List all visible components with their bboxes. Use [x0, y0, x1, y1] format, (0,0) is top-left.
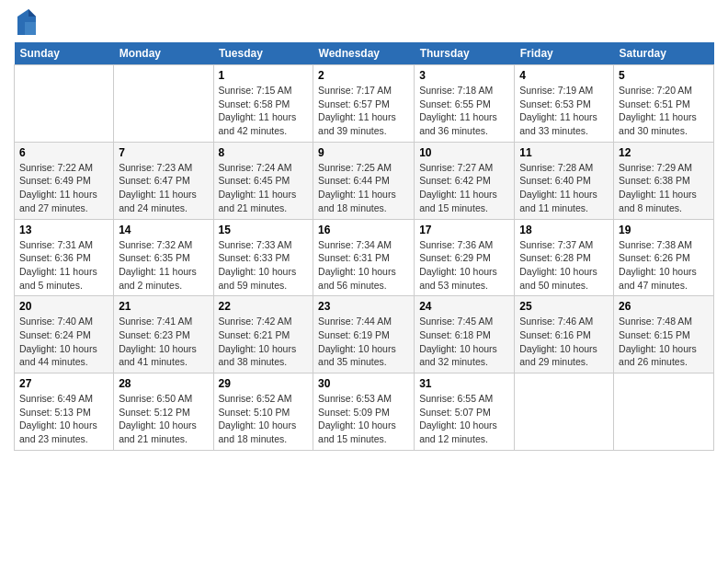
day-header-saturday: Saturday — [614, 42, 714, 65]
day-info: Sunrise: 7:45 AM Sunset: 6:18 PM Dayligh… — [419, 315, 509, 369]
day-info: Sunrise: 7:33 AM Sunset: 6:33 PM Dayligh… — [219, 238, 309, 293]
calendar-header-row: SundayMondayTuesdayWednesdayThursdayFrid… — [15, 42, 714, 65]
calendar-week-5: 27Sunrise: 6:49 AM Sunset: 5:13 PM Dayli… — [15, 373, 714, 451]
day-info: Sunrise: 7:36 AM Sunset: 6:29 PM Dayligh… — [419, 238, 509, 293]
day-info: Sunrise: 7:31 AM Sunset: 6:36 PM Dayligh… — [19, 238, 108, 293]
calendar-cell: 12Sunrise: 7:29 AM Sunset: 6:38 PM Dayli… — [614, 142, 714, 219]
day-info: Sunrise: 6:53 AM Sunset: 5:09 PM Dayligh… — [318, 392, 409, 446]
day-number: 29 — [219, 377, 309, 390]
day-info: Sunrise: 7:37 AM Sunset: 6:28 PM Dayligh… — [519, 238, 609, 293]
day-info: Sunrise: 7:32 AM Sunset: 6:35 PM Dayligh… — [119, 238, 208, 293]
day-info: Sunrise: 7:23 AM Sunset: 6:47 PM Dayligh… — [119, 161, 208, 215]
day-info: Sunrise: 7:44 AM Sunset: 6:19 PM Dayligh… — [318, 315, 409, 369]
calendar-cell: 3Sunrise: 7:18 AM Sunset: 6:55 PM Daylig… — [415, 65, 515, 143]
calendar-cell: 28Sunrise: 6:50 AM Sunset: 5:12 PM Dayli… — [114, 373, 213, 451]
day-number: 28 — [119, 377, 208, 390]
day-number: 23 — [318, 300, 409, 313]
day-info: Sunrise: 7:17 AM Sunset: 6:57 PM Dayligh… — [318, 84, 409, 138]
day-info: Sunrise: 7:18 AM Sunset: 6:55 PM Dayligh… — [419, 84, 509, 138]
day-header-thursday: Thursday — [415, 42, 515, 65]
day-info: Sunrise: 7:38 AM Sunset: 6:26 PM Dayligh… — [619, 238, 709, 293]
day-number: 8 — [219, 146, 309, 159]
calendar-week-3: 13Sunrise: 7:31 AM Sunset: 6:36 PM Dayli… — [15, 219, 714, 296]
day-number: 11 — [519, 146, 609, 159]
day-number: 12 — [619, 146, 709, 159]
day-number: 26 — [619, 300, 709, 313]
calendar-cell: 19Sunrise: 7:38 AM Sunset: 6:26 PM Dayli… — [614, 219, 714, 296]
day-info: Sunrise: 7:22 AM Sunset: 6:49 PM Dayligh… — [19, 161, 108, 215]
day-info: Sunrise: 7:28 AM Sunset: 6:40 PM Dayligh… — [519, 161, 609, 215]
calendar-cell: 16Sunrise: 7:34 AM Sunset: 6:31 PM Dayli… — [313, 219, 415, 296]
day-info: Sunrise: 7:19 AM Sunset: 6:53 PM Dayligh… — [519, 84, 609, 138]
calendar-cell: 18Sunrise: 7:37 AM Sunset: 6:28 PM Dayli… — [515, 219, 614, 296]
day-number: 2 — [318, 69, 409, 82]
day-info: Sunrise: 6:49 AM Sunset: 5:13 PM Dayligh… — [19, 392, 108, 446]
day-number: 14 — [119, 224, 208, 236]
day-number: 4 — [519, 69, 609, 82]
day-number: 1 — [219, 69, 309, 82]
day-number: 5 — [619, 69, 709, 82]
calendar-cell: 30Sunrise: 6:53 AM Sunset: 5:09 PM Dayli… — [313, 373, 415, 451]
day-info: Sunrise: 7:20 AM Sunset: 6:51 PM Dayligh… — [619, 84, 709, 138]
calendar-cell: 20Sunrise: 7:40 AM Sunset: 6:24 PM Dayli… — [15, 296, 114, 373]
day-header-friday: Friday — [515, 42, 614, 65]
calendar-cell: 1Sunrise: 7:15 AM Sunset: 6:58 PM Daylig… — [213, 65, 313, 143]
day-info: Sunrise: 7:40 AM Sunset: 6:24 PM Dayligh… — [19, 315, 108, 369]
day-number: 9 — [318, 146, 409, 159]
day-number: 24 — [419, 300, 509, 313]
calendar-week-4: 20Sunrise: 7:40 AM Sunset: 6:24 PM Dayli… — [15, 296, 714, 373]
day-header-sunday: Sunday — [15, 42, 114, 65]
day-number: 21 — [119, 300, 208, 313]
day-info: Sunrise: 7:42 AM Sunset: 6:21 PM Dayligh… — [219, 315, 309, 369]
day-number: 22 — [219, 300, 309, 313]
day-number: 13 — [19, 224, 108, 236]
day-number: 31 — [419, 377, 509, 390]
day-info: Sunrise: 6:55 AM Sunset: 5:07 PM Dayligh… — [419, 392, 509, 446]
calendar-cell: 31Sunrise: 6:55 AM Sunset: 5:07 PM Dayli… — [415, 373, 515, 451]
svg-marker-2 — [25, 22, 36, 35]
day-info: Sunrise: 7:48 AM Sunset: 6:15 PM Dayligh… — [619, 315, 709, 369]
calendar-cell: 4Sunrise: 7:19 AM Sunset: 6:53 PM Daylig… — [515, 65, 614, 143]
calendar-cell: 13Sunrise: 7:31 AM Sunset: 6:36 PM Dayli… — [15, 219, 114, 296]
day-header-tuesday: Tuesday — [213, 42, 313, 65]
calendar-cell: 11Sunrise: 7:28 AM Sunset: 6:40 PM Dayli… — [515, 142, 614, 219]
calendar-cell: 26Sunrise: 7:48 AM Sunset: 6:15 PM Dayli… — [614, 296, 714, 373]
calendar-cell: 27Sunrise: 6:49 AM Sunset: 5:13 PM Dayli… — [15, 373, 114, 451]
calendar-cell: 5Sunrise: 7:20 AM Sunset: 6:51 PM Daylig… — [614, 65, 714, 143]
day-number: 17 — [419, 224, 509, 236]
logo — [14, 9, 36, 35]
day-header-wednesday: Wednesday — [313, 42, 415, 65]
day-number: 25 — [519, 300, 609, 313]
day-number: 16 — [318, 224, 409, 236]
calendar-cell: 24Sunrise: 7:45 AM Sunset: 6:18 PM Dayli… — [415, 296, 515, 373]
calendar-cell: 6Sunrise: 7:22 AM Sunset: 6:49 PM Daylig… — [15, 142, 114, 219]
calendar-cell: 9Sunrise: 7:25 AM Sunset: 6:44 PM Daylig… — [313, 142, 415, 219]
calendar-cell: 10Sunrise: 7:27 AM Sunset: 6:42 PM Dayli… — [415, 142, 515, 219]
day-number: 30 — [318, 377, 409, 390]
day-number: 15 — [219, 224, 309, 236]
calendar-week-2: 6Sunrise: 7:22 AM Sunset: 6:49 PM Daylig… — [15, 142, 714, 219]
day-info: Sunrise: 7:29 AM Sunset: 6:38 PM Dayligh… — [619, 161, 709, 215]
calendar-cell: 22Sunrise: 7:42 AM Sunset: 6:21 PM Dayli… — [213, 296, 313, 373]
calendar-cell: 8Sunrise: 7:24 AM Sunset: 6:45 PM Daylig… — [213, 142, 313, 219]
calendar-cell: 23Sunrise: 7:44 AM Sunset: 6:19 PM Dayli… — [313, 296, 415, 373]
day-number: 3 — [419, 69, 509, 82]
day-info: Sunrise: 7:15 AM Sunset: 6:58 PM Dayligh… — [219, 84, 309, 138]
page-header — [14, 9, 714, 35]
calendar-cell — [614, 373, 714, 451]
calendar-cell: 21Sunrise: 7:41 AM Sunset: 6:23 PM Dayli… — [114, 296, 213, 373]
logo-icon — [17, 9, 36, 35]
day-info: Sunrise: 7:25 AM Sunset: 6:44 PM Dayligh… — [318, 161, 409, 215]
svg-marker-1 — [28, 9, 36, 17]
calendar-week-1: 1Sunrise: 7:15 AM Sunset: 6:58 PM Daylig… — [15, 65, 714, 143]
calendar-cell: 14Sunrise: 7:32 AM Sunset: 6:35 PM Dayli… — [114, 219, 213, 296]
day-info: Sunrise: 7:46 AM Sunset: 6:16 PM Dayligh… — [519, 315, 609, 369]
calendar-cell: 17Sunrise: 7:36 AM Sunset: 6:29 PM Dayli… — [415, 219, 515, 296]
day-info: Sunrise: 7:24 AM Sunset: 6:45 PM Dayligh… — [219, 161, 309, 215]
calendar-cell — [15, 65, 114, 143]
day-number: 19 — [619, 224, 709, 236]
day-info: Sunrise: 6:52 AM Sunset: 5:10 PM Dayligh… — [219, 392, 309, 446]
day-number: 20 — [19, 300, 108, 313]
day-info: Sunrise: 7:34 AM Sunset: 6:31 PM Dayligh… — [318, 238, 409, 293]
calendar-cell — [114, 65, 213, 143]
